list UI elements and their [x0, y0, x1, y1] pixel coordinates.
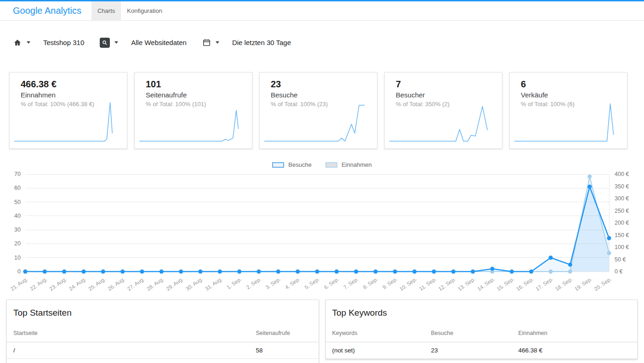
svg-text:60: 60: [14, 185, 21, 191]
svg-text:0 €: 0 €: [615, 268, 622, 275]
column-header: Keywords: [332, 330, 431, 336]
stat-cards-row: 466.38 €Einnahmen% of Total: 100% (466.3…: [0, 49, 644, 149]
table-row: /de/23: [7, 359, 319, 363]
stat-value: 23: [271, 79, 370, 90]
column-header: Startseite: [13, 330, 256, 336]
stat-value: 101: [146, 79, 245, 90]
tables-row: Top Startseiten StartseiteSeitenaufrufe/…: [0, 294, 644, 363]
toolbar: Testshop 310 Alle Websitedaten Die letzt…: [0, 21, 644, 49]
chevron-down-icon: [114, 41, 118, 44]
table-cell: 58: [256, 347, 312, 354]
stat-label: Seitenaufrufe: [146, 91, 245, 99]
top-keywords-card: Top Keywords KeywordsBesucheEinnahmen(no…: [325, 300, 638, 359]
stat-card: 466.38 €Einnahmen% of Total: 100% (466.3…: [9, 72, 127, 149]
svg-text:400 €: 400 €: [615, 171, 629, 177]
chevron-down-icon: [216, 41, 219, 44]
svg-text:40: 40: [14, 213, 21, 219]
svg-text:15. Sep.: 15. Sep.: [496, 276, 515, 292]
tab-charts[interactable]: Charts: [91, 1, 121, 20]
stat-value: 7: [396, 79, 496, 90]
column-header: Einnahmen: [519, 330, 631, 336]
svg-text:250 €: 250 €: [615, 208, 629, 214]
legend-item-einnahmen[interactable]: Einnahmen: [325, 161, 372, 168]
svg-text:20. Sep.: 20. Sep.: [593, 276, 612, 292]
svg-text:70: 70: [14, 171, 21, 177]
svg-text:350 €: 350 €: [615, 183, 629, 190]
svg-text:100 €: 100 €: [615, 244, 629, 250]
date-range-selector[interactable]: [202, 38, 219, 47]
stat-card: 101Seitenaufrufe% of Total: 100% (101): [134, 72, 252, 149]
svg-text:22. Aug.: 22. Aug.: [29, 276, 48, 292]
svg-text:10: 10: [14, 255, 21, 261]
svg-text:200 €: 200 €: [615, 220, 629, 226]
table-cell: (not set): [332, 347, 431, 354]
svg-text:31. Aug.: 31. Aug.: [204, 276, 223, 292]
stat-label: Besucher: [396, 91, 496, 99]
property-search-icon: [100, 38, 110, 48]
svg-text:11. Sep.: 11. Sep.: [418, 276, 437, 292]
svg-text:12. Sep.: 12. Sep.: [438, 276, 457, 292]
column-header: Seitenaufrufe: [256, 330, 312, 336]
svg-text:21. Aug.: 21. Aug.: [10, 276, 28, 292]
stat-label: Besuche: [271, 91, 370, 99]
svg-text:2. Sep.: 2. Sep.: [245, 276, 262, 290]
legend-label: Einnahmen: [342, 161, 372, 168]
date-range-label: Die letzten 30 Tage: [232, 39, 291, 46]
svg-text:8. Sep.: 8. Sep.: [362, 276, 379, 290]
svg-text:27. Aug.: 27. Aug.: [126, 276, 145, 292]
svg-text:10. Sep.: 10. Sep.: [399, 276, 418, 292]
stat-card: 23Besuche% of Total: 100% (23): [259, 72, 377, 149]
svg-text:6. Sep.: 6. Sep.: [323, 276, 340, 290]
svg-text:30: 30: [14, 227, 21, 233]
svg-text:1. Sep.: 1. Sep.: [226, 276, 243, 290]
chart-legend: BesucheEinnahmen: [0, 161, 644, 169]
svg-text:30. Aug.: 30. Aug.: [185, 276, 204, 292]
svg-text:13. Sep.: 13. Sep.: [457, 276, 476, 292]
app-title: Google Analytics: [0, 1, 91, 20]
legend-swatch: [325, 162, 337, 168]
table-row: (not set)23466.38 €: [326, 342, 638, 359]
svg-text:9. Sep.: 9. Sep.: [382, 276, 399, 290]
svg-text:50: 50: [14, 199, 21, 205]
stat-label: Verkäufe: [521, 91, 621, 99]
app-header: Google Analytics Charts Konfiguration: [0, 1, 644, 21]
table-header-row: KeywordsBesucheEinnahmen: [326, 318, 638, 342]
svg-text:5. Sep.: 5. Sep.: [303, 276, 320, 290]
svg-text:14. Sep.: 14. Sep.: [476, 276, 496, 292]
svg-text:29. Aug.: 29. Aug.: [165, 276, 184, 292]
svg-text:20: 20: [14, 240, 21, 247]
svg-text:17. Sep.: 17. Sep.: [535, 276, 554, 292]
svg-text:0: 0: [17, 268, 21, 275]
stat-card: 7Besucher% of Total: 350% (2): [384, 72, 502, 149]
startseiten-table: StartseiteSeitenaufrufe/58/de/23: [7, 318, 319, 363]
sparkline: [264, 100, 373, 144]
top-startseiten-card: Top Startseiten StartseiteSeitenaufrufe/…: [6, 300, 319, 363]
main-chart: 0102030405060700 €50 €100 €150 €200 €250…: [0, 169, 639, 294]
tab-konfiguration[interactable]: Konfiguration: [121, 1, 168, 20]
svg-text:16. Sep.: 16. Sep.: [515, 276, 535, 292]
stat-value: 6: [521, 79, 621, 90]
legend-label: Besuche: [288, 161, 312, 168]
chevron-down-icon: [27, 41, 30, 44]
account-selector[interactable]: [13, 39, 30, 47]
svg-text:4. Sep.: 4. Sep.: [284, 276, 301, 290]
main-chart-section: BesucheEinnahmen 0102030405060700 €50 €1…: [0, 161, 644, 294]
table-title: Top Keywords: [332, 308, 631, 318]
home-icon: [13, 39, 22, 47]
svg-text:26. Aug.: 26. Aug.: [107, 276, 125, 292]
sparkline: [139, 100, 248, 144]
column-header: Besuche: [431, 330, 519, 336]
stat-card: 6Verkäufe% of Total: 100% (6): [509, 72, 627, 149]
svg-text:25. Aug.: 25. Aug.: [87, 276, 106, 292]
svg-text:18. Sep.: 18. Sep.: [554, 276, 574, 292]
keywords-table: KeywordsBesucheEinnahmen(not set)23466.3…: [326, 318, 638, 359]
legend-item-besuche[interactable]: Besuche: [272, 161, 312, 168]
svg-text:50 €: 50 €: [615, 256, 626, 263]
svg-text:150 €: 150 €: [615, 232, 629, 238]
tab-bar: Charts Konfiguration: [91, 1, 168, 20]
table-row: /58: [7, 342, 319, 359]
table-cell: 23: [431, 347, 519, 354]
svg-text:19. Sep.: 19. Sep.: [574, 276, 593, 292]
property-selector[interactable]: [100, 38, 118, 48]
svg-text:7. Sep.: 7. Sep.: [342, 276, 359, 290]
